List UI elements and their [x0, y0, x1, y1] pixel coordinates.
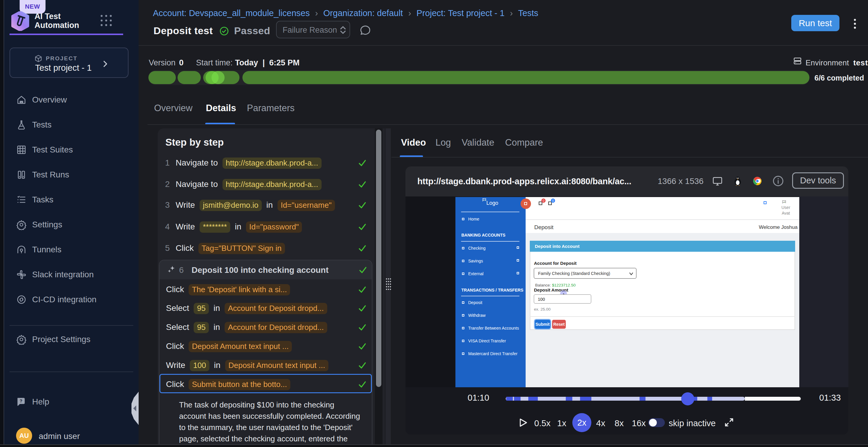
- svg-text:?: ?: [20, 398, 22, 403]
